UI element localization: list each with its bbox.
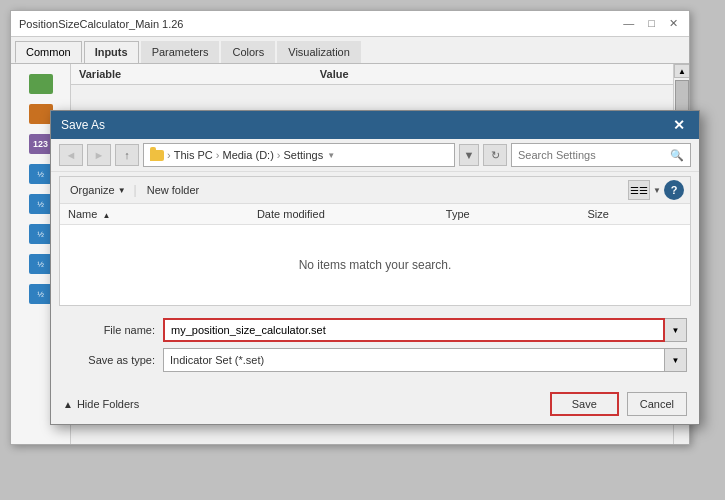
folder-icon — [150, 150, 164, 161]
dialog-bottom: File name: ▼ Save as type: ▼ — [51, 310, 699, 386]
help-button[interactable]: ? — [664, 180, 684, 200]
tab-colors[interactable]: Colors — [221, 41, 275, 63]
sort-icon: ▲ — [102, 211, 110, 220]
table-header: Variable Value — [71, 64, 689, 85]
file-area-toolbar: Organize ▼ | New folder ☰☰ ▼ ? — [60, 177, 690, 204]
search-input[interactable] — [518, 149, 670, 161]
savetype-label: Save as type: — [63, 354, 163, 366]
col-name-header[interactable]: Name ▲ — [68, 208, 257, 220]
col-date-header[interactable]: Date modified — [257, 208, 446, 220]
forward-button[interactable]: ► — [87, 144, 111, 166]
tab-inputs[interactable]: Inputs — [84, 41, 139, 63]
hide-folders-button[interactable]: ▲ Hide Folders — [63, 398, 139, 410]
close-button[interactable]: ✕ — [666, 17, 681, 30]
breadcrumb-settings[interactable]: Settings — [283, 149, 323, 161]
savetype-input-container: ▼ — [163, 348, 687, 372]
icon-2 — [29, 104, 53, 124]
up-button[interactable]: ↑ — [115, 144, 139, 166]
maximize-button[interactable]: □ — [645, 17, 658, 30]
icon-7: ½ — [29, 254, 53, 274]
file-list-body: No items match your search. — [60, 225, 690, 305]
title-bar: PositionSizeCalculator_Main 1.26 — □ ✕ — [11, 11, 689, 37]
save-button[interactable]: Save — [550, 392, 619, 416]
sidebar-icon-1[interactable] — [21, 70, 61, 98]
minimize-button[interactable]: — — [620, 17, 637, 30]
dialog-title-bar: Save As ✕ — [51, 111, 699, 139]
icon-8: ½ — [29, 284, 53, 304]
tab-common[interactable]: Common — [15, 41, 82, 63]
filename-dropdown-button[interactable]: ▼ — [665, 318, 687, 342]
dialog-actions: ▲ Hide Folders Save Cancel — [51, 386, 699, 424]
tab-bar: Common Inputs Parameters Colors Visualiz… — [11, 37, 689, 64]
icon-5: ½ — [29, 194, 53, 214]
window-controls: — □ ✕ — [620, 17, 681, 30]
col-variable-header: Variable — [79, 68, 320, 80]
icon-3: 123 — [29, 134, 53, 154]
col-type-header[interactable]: Type — [446, 208, 588, 220]
savetype-dropdown-button[interactable]: ▼ — [665, 348, 687, 372]
search-box: 🔍 — [511, 143, 691, 167]
tab-parameters[interactable]: Parameters — [141, 41, 220, 63]
new-folder-button[interactable]: New folder — [141, 182, 206, 198]
filename-input-container: ▼ — [163, 318, 687, 342]
cancel-button[interactable]: Cancel — [627, 392, 687, 416]
refresh-button[interactable]: ↻ — [483, 144, 507, 166]
col-size-header[interactable]: Size — [588, 208, 682, 220]
back-button[interactable]: ◄ — [59, 144, 83, 166]
organize-chevron-icon: ▼ — [118, 186, 126, 195]
savetype-input[interactable] — [163, 348, 665, 372]
window-title: PositionSizeCalculator_Main 1.26 — [19, 18, 183, 30]
icon-6: ½ — [29, 224, 53, 244]
view-chevron-icon: ▼ — [653, 186, 661, 195]
organize-button[interactable]: Organize ▼ — [66, 182, 130, 198]
dialog-toolbar: ◄ ► ↑ › This PC › Media (D:) › Settings … — [51, 139, 699, 172]
breadcrumb-folder-icon — [150, 150, 164, 161]
breadcrumb-thispc[interactable]: This PC — [174, 149, 213, 161]
empty-message: No items match your search. — [299, 258, 452, 272]
filename-row: File name: ▼ — [63, 318, 687, 342]
tab-visualization[interactable]: Visualization — [277, 41, 361, 63]
search-icon[interactable]: 🔍 — [670, 149, 684, 162]
dialog-title-text: Save As — [61, 118, 105, 132]
breadcrumb-bar: › This PC › Media (D:) › Settings ▼ — [143, 143, 455, 167]
col-value-header: Value — [320, 68, 681, 80]
savetype-row: Save as type: ▼ — [63, 348, 687, 372]
filename-input[interactable] — [163, 318, 665, 342]
action-buttons: Save Cancel — [550, 392, 687, 416]
chevron-up-icon: ▲ — [63, 399, 73, 410]
file-area: Organize ▼ | New folder ☰☰ ▼ ? Name ▲ D — [59, 176, 691, 306]
scroll-up-button[interactable]: ▲ — [674, 64, 689, 78]
breadcrumb-mediad[interactable]: Media (D:) — [222, 149, 273, 161]
icon-1 — [29, 74, 53, 94]
view-list-button[interactable]: ☰☰ — [628, 180, 650, 200]
file-list-header: Name ▲ Date modified Type Size — [60, 204, 690, 225]
dialog-close-button[interactable]: ✕ — [669, 117, 689, 133]
breadcrumb-dropdown-button[interactable]: ▼ — [459, 144, 479, 166]
filename-label: File name: — [63, 324, 163, 336]
view-controls: ☰☰ ▼ ? — [628, 180, 684, 200]
icon-4: ½ — [29, 164, 53, 184]
save-as-dialog: Save As ✕ ◄ ► ↑ › This PC › Media (D:) ›… — [50, 110, 700, 425]
